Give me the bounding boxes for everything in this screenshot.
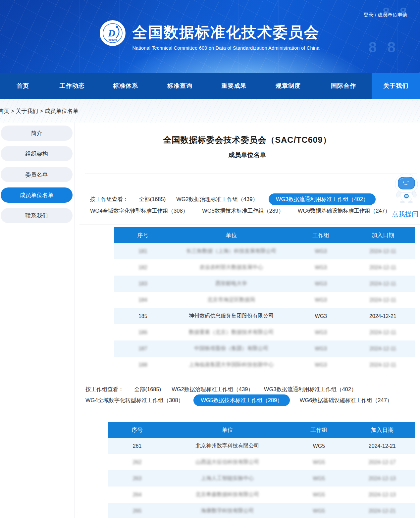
- cell-workgroup: WG5: [289, 476, 349, 482]
- cell-join-date: 2024-12-11: [351, 330, 415, 336]
- member-table-wg3: 序号单位工作组加入日期181长三角数据（上海）科技发展有限公司WG32024-1…: [114, 227, 415, 373]
- cell-org-name: 北京神州数字科技有限公司: [166, 442, 289, 449]
- table-row: 264北京希森数据科技有限公司WG52024-12-13: [108, 487, 415, 503]
- cell-org-name: 神州数码信息服务集团股份有限公司: [172, 313, 291, 320]
- sidebar-item-org-structure[interactable]: 组织架构: [1, 146, 73, 161]
- table-row: 262山西远大征信科技有限公司WG52024-12-17: [108, 454, 415, 470]
- cell-org-name: 山西远大征信科技有限公司: [166, 459, 289, 466]
- nav-item-standard-system[interactable]: 标准体系: [98, 73, 153, 99]
- table-row: 261北京神州数字科技有限公司WG52024-12-21: [108, 438, 415, 454]
- nav-item-standard-search[interactable]: 标准查询: [153, 73, 207, 99]
- table-row: 188上海临港集团大学国际科技创新中心WG32024-12-11: [114, 357, 415, 373]
- cell-join-date: 2024-12-11: [351, 281, 415, 287]
- breadcrumb[interactable]: 首页 > 关于我们 > 成员单位名单: [0, 107, 79, 115]
- cell-join-date: 2024-12-21: [351, 313, 415, 319]
- cell-org-name: 农业农村部大数据发展中心: [172, 264, 291, 271]
- cell-org-name: 上海临港集团大学国际科技创新中心: [172, 361, 291, 368]
- cell-seq: 184: [114, 297, 172, 303]
- login-apply-link[interactable]: 登录 / 成员单位申请: [363, 12, 407, 18]
- sidebar-item-committee-members[interactable]: 委员名单: [1, 167, 73, 182]
- cell-seq: 187: [114, 346, 172, 352]
- cell-workgroup: WG3: [291, 297, 351, 303]
- cell-org-name: 北京市海淀区数据局: [172, 296, 291, 303]
- filter-workgroup-tab[interactable]: WG4全域数字化转型标准工作组（308）: [90, 207, 188, 215]
- cell-workgroup: WG3: [291, 265, 351, 271]
- cell-join-date: 2024-12-13: [349, 476, 415, 482]
- filter-workgroup-tab[interactable]: WG6数据基础设施标准工作组（247）: [300, 397, 393, 404]
- cell-org-name: 北京希森数据科技有限公司: [166, 491, 289, 498]
- nav-item-about-us[interactable]: 关于我们: [372, 73, 420, 99]
- table-header-cell: 工作组: [289, 426, 349, 434]
- cell-org-name: 中国铁塔股份（集团）有限公司: [172, 345, 291, 352]
- nav-item-work-news[interactable]: 工作动态: [46, 73, 98, 99]
- cell-workgroup: WG3: [291, 281, 351, 287]
- table-row: 184北京市海淀区数据局WG32024-12-11: [114, 292, 415, 308]
- cell-seq: 181: [114, 248, 172, 254]
- site-banner: 8 8 8 8 D TC609 全国数据标准化技术委员会 National Te…: [0, 0, 420, 73]
- filter-workgroup-tab[interactable]: WG5数据技术标准工作组（289）: [193, 394, 290, 406]
- filter-row: 按工作组查看：全部(1685)WG2数据治理标准工作组（439）WG3数据流通利…: [90, 193, 376, 205]
- filter-workgroup-tab[interactable]: WG2数据治理标准工作组（439）: [172, 386, 253, 393]
- page-subtitle: 成员单位名单: [79, 151, 415, 159]
- cell-seq: 185: [114, 313, 172, 319]
- table-header-cell: 单位: [172, 232, 291, 239]
- filter-workgroup-tab[interactable]: WG6数据基础设施标准工作组（247）: [298, 207, 391, 215]
- cell-workgroup: WG3: [291, 248, 351, 254]
- table-row: 265海康数字科技有限公司WG52024-12-21: [108, 503, 415, 518]
- divider: [79, 414, 420, 414]
- robot-mascot-icon[interactable]: [394, 173, 419, 205]
- ask-me-button[interactable]: 点我提问: [390, 210, 420, 219]
- nav-item-international[interactable]: 国际合作: [315, 73, 372, 99]
- divider: [79, 224, 420, 225]
- filter-workgroup-tab[interactable]: 全部(1685): [139, 196, 166, 203]
- nav-item-regulations[interactable]: 规章制度: [261, 73, 315, 99]
- cell-seq: 182: [114, 265, 172, 271]
- filter-workgroup-tab[interactable]: WG4全域数字化转型标准工作组（308）: [85, 397, 184, 404]
- cell-workgroup: WG3: [291, 330, 351, 336]
- table-row: 182农业农村部大数据发展中心WG32024-12-11: [114, 259, 415, 276]
- breadcrumb-bar: 首页 > 关于我们 > 成员单位名单: [0, 99, 420, 123]
- cell-workgroup: WG3: [291, 346, 351, 352]
- cell-seq: 261: [108, 443, 166, 449]
- filter-workgroup-tab[interactable]: 全部(1685): [134, 386, 161, 393]
- cell-org-name: 海康数字科技有限公司: [166, 507, 289, 514]
- cell-seq: 265: [108, 508, 166, 514]
- nav-item-key-achievements[interactable]: 重要成果: [207, 73, 261, 99]
- cell-org-name: 数据要素（北京）数据技术有限公司: [172, 329, 291, 336]
- cell-workgroup: WG5: [289, 492, 349, 498]
- site-subtitle-en: National Technical Committee 609 on Data…: [112, 45, 340, 51]
- cell-org-name: 长三角数据（上海）科技发展有限公司: [172, 248, 291, 255]
- table-row: 185神州数码信息服务集团股份有限公司WG32024-12-21: [114, 308, 415, 324]
- sidebar-item-member-units[interactable]: 成员单位名单: [1, 187, 73, 203]
- cell-seq: 264: [108, 492, 166, 498]
- cell-workgroup: WG3: [291, 313, 351, 319]
- main-nav: 首页工作动态标准体系标准查询重要成果规章制度国际合作关于我们: [0, 73, 420, 99]
- cell-org-name: 西安邮电大学: [172, 280, 291, 287]
- nav-item-home[interactable]: 首页: [0, 73, 46, 99]
- page-title: 全国数据标委会技术委员会（SAC/TC609）: [79, 134, 415, 145]
- cell-seq: 183: [114, 281, 172, 287]
- sidebar-item-contact-us[interactable]: 联系我们: [1, 208, 73, 223]
- cell-join-date: 2024-12-11: [351, 362, 415, 368]
- filter-row: WG4全域数字化转型标准工作组（308）WG5数据技术标准工作组（289）WG6…: [85, 394, 392, 406]
- filter-group-label: 按工作组查看：: [85, 386, 124, 393]
- filter-workgroup-tab[interactable]: WG3数据流通利用标准工作组（402）: [264, 386, 357, 393]
- cell-join-date: 2024-12-21: [349, 508, 415, 514]
- filter-workgroup-tab[interactable]: WG5数据技术标准工作组（289）: [202, 207, 284, 215]
- site-title: 全国数据标准化技术委员会: [112, 23, 340, 42]
- cell-workgroup: WG5: [289, 459, 349, 465]
- table-header-cell: 加入日期: [349, 426, 415, 434]
- page: 8 8 8 8 D TC609 全国数据标准化技术委员会 National Te…: [0, 0, 420, 518]
- cell-workgroup: WG5: [289, 443, 349, 449]
- table-header-cell: 序号: [114, 232, 172, 239]
- filter-workgroup-tab[interactable]: WG2数据治理标准工作组（439）: [176, 196, 258, 203]
- cell-workgroup: WG3: [291, 362, 351, 368]
- cell-workgroup: WG5: [289, 508, 349, 514]
- table-row: 183西安邮电大学WG32024-12-11: [114, 276, 415, 292]
- filter-workgroup-tab[interactable]: WG3数据流通利用标准工作组（402）: [269, 193, 376, 205]
- table-header-row: 序号单位工作组加入日期: [114, 227, 415, 243]
- member-table-wg5: 序号单位工作组加入日期261北京神州数字科技有限公司WG52024-12-212…: [108, 422, 415, 518]
- site-title-block: 全国数据标准化技术委员会 National Technical Committe…: [112, 23, 340, 51]
- sidebar-item-intro[interactable]: 简介: [1, 126, 73, 141]
- divider: [85, 174, 417, 174]
